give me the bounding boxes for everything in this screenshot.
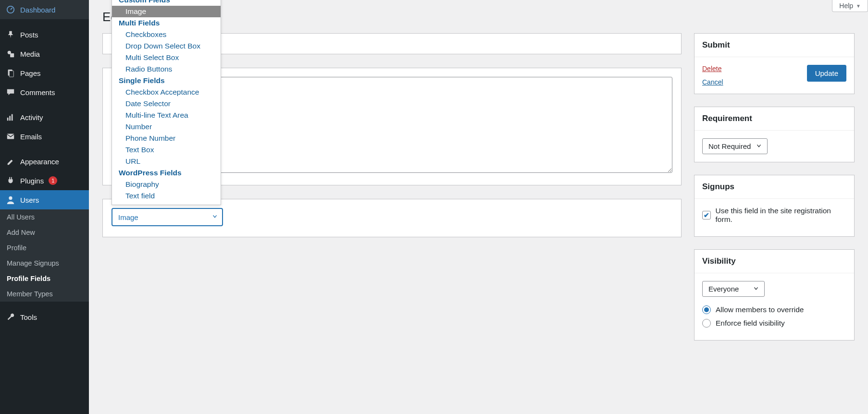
svg-rect-2: [10, 53, 14, 57]
checkbox-icon: [702, 211, 711, 219]
field-type-select[interactable]: Image: [112, 208, 223, 226]
sidebar-item-pages[interactable]: Pages: [0, 63, 89, 83]
sidebar-item-label: Dashboard: [20, 6, 55, 14]
sidebar-item-plugins[interactable]: Plugins 1: [0, 171, 89, 190]
dropdown-option[interactable]: URL: [112, 156, 221, 167]
update-button[interactable]: Update: [807, 65, 846, 82]
requirement-value: Not Required: [708, 142, 751, 150]
radio-label: Allow members to override: [716, 305, 804, 314]
appearance-icon: [6, 157, 15, 166]
dropdown-group-label: Custom Fields: [112, 0, 221, 6]
svg-rect-5: [7, 118, 9, 121]
dropdown-option[interactable]: Multi-line Text Area: [112, 110, 221, 121]
chevron-down-icon: ▼: [856, 3, 861, 9]
dropdown-option[interactable]: Checkbox Acceptance: [112, 86, 221, 98]
visibility-select[interactable]: Everyone: [702, 281, 765, 297]
sidebar-item-label: Media: [20, 50, 40, 58]
submenu-manage-signups[interactable]: Manage Signups: [0, 256, 89, 271]
sidebar-item-media[interactable]: Media: [0, 44, 89, 63]
sidebar-item-label: Comments: [20, 88, 55, 97]
dropdown-option[interactable]: Date Selector: [112, 98, 221, 110]
sidebar-item-label: Tools: [20, 313, 37, 321]
box-title: Requirement: [694, 107, 854, 131]
dropdown-option[interactable]: Image: [112, 6, 221, 17]
requirement-select[interactable]: Not Required: [702, 138, 768, 154]
users-icon: [6, 195, 15, 205]
dropdown-option[interactable]: Text Box: [112, 144, 221, 156]
dropdown-group-label: Single Fields: [112, 75, 221, 86]
dashboard-icon: [6, 5, 15, 14]
visibility-value: Everyone: [708, 285, 739, 293]
sidebar-item-comments[interactable]: Comments: [0, 83, 89, 102]
box-title: Visibility: [694, 250, 854, 273]
pages-icon: [6, 68, 15, 78]
activity-icon: [6, 112, 15, 122]
admin-sidebar: Dashboard Posts Media Pages Comments Act…: [0, 0, 89, 414]
submenu-add-new[interactable]: Add New: [0, 225, 89, 240]
help-label: Help: [839, 2, 853, 10]
dropdown-group-label: WordPress Fields: [112, 167, 221, 179]
dropdown-option[interactable]: Checkboxes: [112, 29, 221, 40]
requirement-box: Requirement Not Required: [694, 107, 855, 162]
dropdown-option[interactable]: Biography: [112, 179, 221, 190]
signups-box: Signups Use this field in the site regis…: [694, 175, 855, 237]
chevron-down-icon: [753, 285, 759, 293]
sidebar-item-label: Posts: [20, 31, 38, 39]
dropdown-option[interactable]: Radio Buttons: [112, 63, 221, 75]
box-title: Submit: [694, 34, 854, 57]
sidebar-item-label: Pages: [20, 69, 41, 77]
dropdown-option[interactable]: Drop Down Select Box: [112, 40, 221, 52]
svg-rect-6: [9, 116, 11, 121]
settings-sidebar: Submit Delete Cancel Update Requirement: [694, 33, 855, 353]
radio-icon: [702, 319, 711, 328]
dropdown-option[interactable]: Number: [112, 121, 221, 133]
submit-box: Submit Delete Cancel Update: [694, 33, 855, 94]
svg-rect-4: [9, 71, 13, 77]
sidebar-item-users[interactable]: Users: [0, 190, 89, 209]
dropdown-option[interactable]: Text field: [112, 190, 221, 202]
visibility-radio-enforce[interactable]: Enforce field visibility: [702, 319, 846, 328]
radio-icon: [702, 305, 711, 314]
field-type-value: Image: [118, 213, 138, 221]
svg-rect-8: [7, 134, 14, 139]
submenu-profile-fields[interactable]: Profile Fields: [0, 271, 89, 286]
field-type-dropdown[interactable]: Custom FieldsImageMulti FieldsCheckboxes…: [112, 0, 221, 205]
field-type-card: Custom FieldsImageMulti FieldsCheckboxes…: [102, 199, 682, 237]
svg-point-9: [9, 196, 12, 200]
sidebar-item-label: Activity: [20, 113, 43, 122]
visibility-box: Visibility Everyone Allow members to ove…: [694, 249, 855, 341]
submenu-profile[interactable]: Profile: [0, 240, 89, 256]
signups-checkbox-row[interactable]: Use this field in the site registration …: [702, 207, 846, 224]
signups-checkbox-label: Use this field in the site registration …: [716, 207, 846, 224]
visibility-radio-override[interactable]: Allow members to override: [702, 305, 846, 314]
sidebar-item-tools[interactable]: Tools: [0, 307, 89, 327]
sidebar-item-emails[interactable]: Emails: [0, 127, 89, 146]
sidebar-item-posts[interactable]: Posts: [0, 25, 89, 44]
main-content: Help ▼ Edit Field Custom FieldsImageMul: [89, 0, 868, 414]
tools-icon: [6, 312, 15, 322]
svg-rect-7: [12, 114, 13, 121]
sidebar-item-dashboard[interactable]: Dashboard: [0, 0, 89, 19]
cancel-link[interactable]: Cancel: [702, 78, 723, 86]
help-tab[interactable]: Help ▼: [832, 0, 868, 12]
sidebar-item-label: Plugins: [20, 177, 44, 185]
sidebar-item-appearance[interactable]: Appearance: [0, 152, 89, 171]
media-icon: [6, 49, 15, 59]
delete-link[interactable]: Delete: [702, 65, 723, 73]
submenu-all-users[interactable]: All Users: [0, 209, 89, 225]
submenu-member-types[interactable]: Member Types: [0, 286, 89, 302]
pin-icon: [6, 30, 15, 39]
chevron-down-icon: [756, 142, 762, 150]
sidebar-item-label: Appearance: [20, 158, 59, 166]
sidebar-item-label: Emails: [20, 133, 42, 141]
radio-label: Enforce field visibility: [716, 319, 785, 328]
dropdown-option[interactable]: Phone Number: [112, 133, 221, 144]
dropdown-option[interactable]: Multi Select Box: [112, 52, 221, 63]
users-submenu: All Users Add New Profile Manage Signups…: [0, 209, 89, 302]
plugins-icon: [6, 176, 15, 185]
dropdown-group-label: Multi Fields: [112, 17, 221, 29]
sidebar-item-activity[interactable]: Activity: [0, 108, 89, 127]
chevron-down-icon: [211, 213, 218, 221]
emails-icon: [6, 132, 15, 141]
comments-icon: [6, 87, 15, 97]
